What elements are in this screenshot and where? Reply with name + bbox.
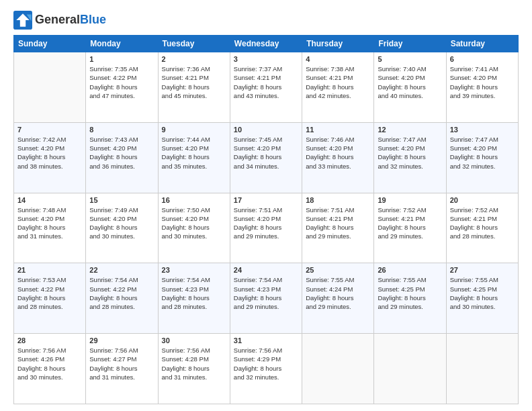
calendar-cell: 16Sunrise: 7:50 AM Sunset: 4:20 PM Dayli… <box>158 193 230 263</box>
day-number: 4 <box>306 55 370 63</box>
day-number: 30 <box>162 336 226 345</box>
calendar-cell: 29Sunrise: 7:56 AM Sunset: 4:27 PM Dayli… <box>86 334 158 404</box>
calendar-week-2: 14Sunrise: 7:48 AM Sunset: 4:20 PM Dayli… <box>14 193 519 263</box>
day-number: 19 <box>378 196 442 204</box>
calendar-cell <box>302 334 374 404</box>
calendar-cell <box>14 52 86 123</box>
calendar-cell <box>446 334 518 404</box>
day-info: Sunrise: 7:56 AM Sunset: 4:26 PM Dayligh… <box>17 346 82 381</box>
calendar-cell: 27Sunrise: 7:55 AM Sunset: 4:25 PM Dayli… <box>446 263 518 334</box>
calendar-cell: 2Sunrise: 7:36 AM Sunset: 4:21 PM Daylig… <box>158 52 230 123</box>
day-number: 9 <box>162 126 226 134</box>
day-info: Sunrise: 7:47 AM Sunset: 4:20 PM Dayligh… <box>450 135 515 171</box>
day-number: 13 <box>450 126 515 134</box>
calendar-cell: 19Sunrise: 7:52 AM Sunset: 4:21 PM Dayli… <box>374 193 446 263</box>
calendar-table: SundayMondayTuesdayWednesdayThursdayFrid… <box>13 35 519 404</box>
calendar-body: 1Sunrise: 7:35 AM Sunset: 4:22 PM Daylig… <box>14 52 519 404</box>
day-info: Sunrise: 7:42 AM Sunset: 4:20 PM Dayligh… <box>17 135 82 171</box>
weekday-header-row: SundayMondayTuesdayWednesdayThursdayFrid… <box>14 36 519 52</box>
day-number: 25 <box>306 266 370 274</box>
calendar-cell: 9Sunrise: 7:44 AM Sunset: 4:20 PM Daylig… <box>158 122 230 193</box>
day-info: Sunrise: 7:51 AM Sunset: 4:20 PM Dayligh… <box>234 205 298 241</box>
day-info: Sunrise: 7:40 AM Sunset: 4:20 PM Dayligh… <box>378 64 442 100</box>
day-number: 20 <box>450 196 515 204</box>
calendar-cell: 14Sunrise: 7:48 AM Sunset: 4:20 PM Dayli… <box>14 193 86 263</box>
day-info: Sunrise: 7:50 AM Sunset: 4:20 PM Dayligh… <box>162 205 226 241</box>
day-number: 2 <box>162 55 226 63</box>
weekday-header-sunday: Sunday <box>14 36 86 52</box>
day-number: 10 <box>234 126 298 134</box>
day-info: Sunrise: 7:56 AM Sunset: 4:28 PM Dayligh… <box>162 346 226 381</box>
calendar-cell: 5Sunrise: 7:40 AM Sunset: 4:20 PM Daylig… <box>374 52 446 123</box>
calendar-cell: 17Sunrise: 7:51 AM Sunset: 4:20 PM Dayli… <box>230 193 302 263</box>
day-info: Sunrise: 7:52 AM Sunset: 4:21 PM Dayligh… <box>378 205 442 241</box>
day-info: Sunrise: 7:51 AM Sunset: 4:21 PM Dayligh… <box>306 205 370 241</box>
day-info: Sunrise: 7:46 AM Sunset: 4:20 PM Dayligh… <box>306 135 370 171</box>
weekday-header-tuesday: Tuesday <box>158 36 230 52</box>
day-number: 8 <box>89 126 154 134</box>
day-info: Sunrise: 7:49 AM Sunset: 4:20 PM Dayligh… <box>89 205 154 241</box>
day-number: 16 <box>162 196 226 204</box>
day-number: 22 <box>89 266 154 274</box>
day-number: 7 <box>17 126 82 134</box>
day-number: 24 <box>234 266 298 274</box>
day-number: 17 <box>234 196 298 204</box>
weekday-header-friday: Friday <box>374 36 446 52</box>
day-number: 31 <box>234 336 298 345</box>
calendar-week-4: 28Sunrise: 7:56 AM Sunset: 4:26 PM Dayli… <box>14 334 519 404</box>
day-number: 21 <box>17 266 82 274</box>
calendar-cell: 25Sunrise: 7:55 AM Sunset: 4:24 PM Dayli… <box>302 263 374 334</box>
day-info: Sunrise: 7:37 AM Sunset: 4:21 PM Dayligh… <box>234 64 298 100</box>
calendar-cell: 1Sunrise: 7:35 AM Sunset: 4:22 PM Daylig… <box>86 52 158 123</box>
day-info: Sunrise: 7:35 AM Sunset: 4:22 PM Dayligh… <box>89 64 154 100</box>
day-number: 6 <box>450 55 515 63</box>
calendar-cell: 6Sunrise: 7:41 AM Sunset: 4:20 PM Daylig… <box>446 52 518 123</box>
calendar-cell: 22Sunrise: 7:54 AM Sunset: 4:22 PM Dayli… <box>86 263 158 334</box>
day-info: Sunrise: 7:48 AM Sunset: 4:20 PM Dayligh… <box>17 205 82 241</box>
day-number: 5 <box>378 55 442 63</box>
calendar-cell: 30Sunrise: 7:56 AM Sunset: 4:28 PM Dayli… <box>158 334 230 404</box>
weekday-header-monday: Monday <box>86 36 158 52</box>
day-number: 29 <box>89 336 154 345</box>
calendar-cell: 10Sunrise: 7:45 AM Sunset: 4:20 PM Dayli… <box>230 122 302 193</box>
calendar-cell: 8Sunrise: 7:43 AM Sunset: 4:20 PM Daylig… <box>86 122 158 193</box>
day-number: 26 <box>378 266 442 274</box>
day-number: 23 <box>162 266 226 274</box>
calendar-cell: 13Sunrise: 7:47 AM Sunset: 4:20 PM Dayli… <box>446 122 518 193</box>
day-info: Sunrise: 7:56 AM Sunset: 4:29 PM Dayligh… <box>234 346 298 381</box>
calendar-cell: 28Sunrise: 7:56 AM Sunset: 4:26 PM Dayli… <box>14 334 86 404</box>
day-number: 28 <box>17 336 82 345</box>
calendar-cell: 3Sunrise: 7:37 AM Sunset: 4:21 PM Daylig… <box>230 52 302 123</box>
calendar-cell: 21Sunrise: 7:53 AM Sunset: 4:22 PM Dayli… <box>14 263 86 334</box>
logo-text: GeneralBlue <box>35 13 106 27</box>
logo: GeneralBlue <box>13 11 106 30</box>
day-info: Sunrise: 7:55 AM Sunset: 4:24 PM Dayligh… <box>306 275 370 311</box>
calendar-cell: 18Sunrise: 7:51 AM Sunset: 4:21 PM Dayli… <box>302 193 374 263</box>
calendar-header: SundayMondayTuesdayWednesdayThursdayFrid… <box>14 36 519 52</box>
day-number: 14 <box>17 196 82 204</box>
calendar-week-3: 21Sunrise: 7:53 AM Sunset: 4:22 PM Dayli… <box>14 263 519 334</box>
day-info: Sunrise: 7:41 AM Sunset: 4:20 PM Dayligh… <box>450 64 515 100</box>
header: GeneralBlue <box>13 11 519 30</box>
calendar-cell: 4Sunrise: 7:38 AM Sunset: 4:21 PM Daylig… <box>302 52 374 123</box>
calendar-cell: 26Sunrise: 7:55 AM Sunset: 4:25 PM Dayli… <box>374 263 446 334</box>
day-info: Sunrise: 7:38 AM Sunset: 4:21 PM Dayligh… <box>306 64 370 100</box>
day-info: Sunrise: 7:54 AM Sunset: 4:23 PM Dayligh… <box>162 275 226 311</box>
calendar-cell <box>374 334 446 404</box>
day-info: Sunrise: 7:53 AM Sunset: 4:22 PM Dayligh… <box>17 275 82 311</box>
day-info: Sunrise: 7:44 AM Sunset: 4:20 PM Dayligh… <box>162 135 226 171</box>
calendar-cell: 23Sunrise: 7:54 AM Sunset: 4:23 PM Dayli… <box>158 263 230 334</box>
day-number: 15 <box>89 196 154 204</box>
day-number: 3 <box>234 55 298 63</box>
day-info: Sunrise: 7:43 AM Sunset: 4:20 PM Dayligh… <box>89 135 154 171</box>
page: GeneralBlue SundayMondayTuesdayWednesday… <box>0 0 532 411</box>
calendar-cell: 15Sunrise: 7:49 AM Sunset: 4:20 PM Dayli… <box>86 193 158 263</box>
calendar-cell: 31Sunrise: 7:56 AM Sunset: 4:29 PM Dayli… <box>230 334 302 404</box>
day-info: Sunrise: 7:54 AM Sunset: 4:22 PM Dayligh… <box>89 275 154 311</box>
calendar-week-0: 1Sunrise: 7:35 AM Sunset: 4:22 PM Daylig… <box>14 52 519 123</box>
day-number: 27 <box>450 266 515 274</box>
day-number: 1 <box>89 55 154 63</box>
weekday-header-thursday: Thursday <box>302 36 374 52</box>
day-info: Sunrise: 7:52 AM Sunset: 4:21 PM Dayligh… <box>450 205 515 241</box>
day-info: Sunrise: 7:36 AM Sunset: 4:21 PM Dayligh… <box>162 64 226 100</box>
